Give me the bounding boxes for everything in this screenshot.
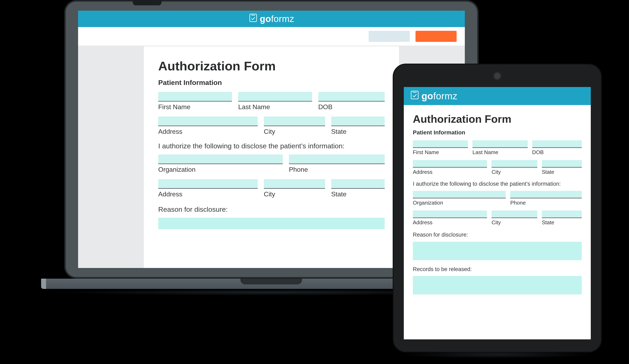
laptop-trackpad-notch: [240, 279, 302, 284]
dob-label: DOB: [318, 103, 385, 111]
field-state-2: State: [542, 210, 582, 226]
brand-logo: goformz: [410, 90, 458, 102]
reason-label: Reason for disclosure:: [158, 205, 385, 214]
city-2-label: City: [264, 190, 325, 198]
field-city: City: [491, 160, 537, 175]
phone-input[interactable]: [510, 191, 582, 198]
brand-logo-icon: [249, 13, 258, 24]
phone-label: Phone: [510, 200, 582, 206]
address-2-input[interactable]: [413, 210, 487, 218]
state-input[interactable]: [542, 160, 582, 168]
toolbar-button-primary[interactable]: [416, 31, 457, 42]
field-phone: Phone: [510, 191, 582, 206]
tablet-form-paper: Authorization Form Patient Information F…: [404, 105, 591, 294]
dob-label: DOB: [532, 149, 582, 156]
reason-textarea[interactable]: [158, 218, 385, 229]
address-input[interactable]: [413, 160, 487, 168]
address-2-label: Address: [413, 219, 487, 226]
tablet-body: goformz Authorization Form Patient Infor…: [393, 64, 602, 353]
tablet-device: goformz Authorization Form Patient Infor…: [393, 64, 600, 353]
city-input[interactable]: [491, 160, 537, 168]
field-address: Address: [413, 160, 487, 175]
organization-input[interactable]: [158, 155, 283, 164]
field-last-name: Last Name: [238, 92, 312, 111]
laptop-camera-notch: [133, 0, 161, 5]
reason-textarea[interactable]: [413, 242, 582, 260]
first-name-input[interactable]: [413, 140, 468, 148]
brand-logo: goformz: [249, 13, 294, 24]
field-address-2: Address: [158, 179, 258, 198]
state-input[interactable]: [331, 116, 385, 126]
form-title: Authorization Form: [413, 113, 582, 125]
city-2-label: City: [491, 219, 537, 226]
first-name-label: First Name: [158, 103, 232, 111]
disclose-row-2: Address City State: [413, 210, 582, 226]
authorize-paragraph: I authorize the following to disclose th…: [158, 142, 385, 150]
field-city: City: [264, 116, 325, 135]
section-patient-label: Patient Information: [158, 79, 385, 87]
phone-input[interactable]: [289, 155, 385, 164]
city-input[interactable]: [264, 116, 325, 126]
dob-input[interactable]: [318, 92, 385, 101]
form-title: Authorization Form: [158, 59, 385, 73]
field-dob: DOB: [532, 140, 582, 156]
field-last-name: Last Name: [472, 140, 527, 156]
state-2-input[interactable]: [542, 210, 582, 218]
reason-label: Reason for disclosure:: [413, 231, 582, 238]
toolbar: [78, 27, 465, 46]
field-city-2: City: [264, 179, 325, 198]
brand-logo-icon: [410, 90, 419, 102]
first-name-input[interactable]: [158, 92, 232, 101]
authorize-paragraph: I authorize the following to disclose th…: [413, 181, 582, 187]
state-2-input[interactable]: [331, 179, 385, 189]
first-name-label: First Name: [413, 149, 468, 156]
disclose-row-1: Organization Phone: [413, 191, 582, 206]
city-label: City: [491, 169, 537, 175]
state-2-label: State: [331, 190, 385, 198]
city-2-input[interactable]: [264, 179, 325, 189]
records-label: Records to be released:: [413, 266, 582, 273]
patient-row-1: First Name Last Name DOB: [413, 140, 582, 156]
organization-input[interactable]: [413, 191, 506, 198]
state-label: State: [542, 169, 582, 175]
address-2-input[interactable]: [158, 179, 258, 189]
state-2-label: State: [542, 219, 582, 226]
brand-logo-text: goformz: [260, 14, 294, 24]
field-dob: DOB: [318, 92, 385, 111]
tablet-camera: [494, 73, 500, 79]
address-label: Address: [413, 169, 487, 175]
disclose-row-2: Address City State: [158, 179, 385, 198]
field-organization: Organization: [413, 191, 506, 206]
last-name-input[interactable]: [472, 140, 527, 148]
organization-label: Organization: [158, 166, 283, 173]
app-header: goformz: [78, 11, 465, 27]
last-name-input[interactable]: [238, 92, 312, 101]
toolbar-button-secondary[interactable]: [369, 31, 410, 42]
field-state: State: [331, 116, 385, 135]
tablet-app-header: goformz: [404, 87, 591, 105]
field-state-2: State: [331, 179, 385, 198]
field-address-2: Address: [413, 210, 487, 226]
brand-logo-text: goformz: [422, 91, 458, 101]
field-state: State: [542, 160, 582, 175]
patient-row-2: Address City State: [158, 116, 385, 135]
city-2-input[interactable]: [491, 210, 537, 218]
patient-row-1: First Name Last Name DOB: [158, 92, 385, 111]
address-label: Address: [158, 128, 258, 135]
form-paper: Authorization Form Patient Information F…: [144, 46, 399, 268]
tablet-screen: goformz Authorization Form Patient Infor…: [404, 87, 591, 339]
field-organization: Organization: [158, 155, 283, 173]
dob-input[interactable]: [532, 140, 582, 148]
city-label: City: [264, 128, 325, 135]
address-2-label: Address: [158, 190, 258, 198]
field-first-name: First Name: [413, 140, 468, 156]
last-name-label: Last Name: [238, 103, 312, 111]
section-patient-label: Patient Information: [413, 129, 582, 136]
state-label: State: [331, 128, 385, 135]
last-name-label: Last Name: [472, 149, 527, 156]
records-textarea[interactable]: [413, 276, 582, 294]
patient-row-2: Address City State: [413, 160, 582, 175]
field-first-name: First Name: [158, 92, 232, 111]
address-input[interactable]: [158, 116, 258, 126]
field-address: Address: [158, 116, 258, 135]
